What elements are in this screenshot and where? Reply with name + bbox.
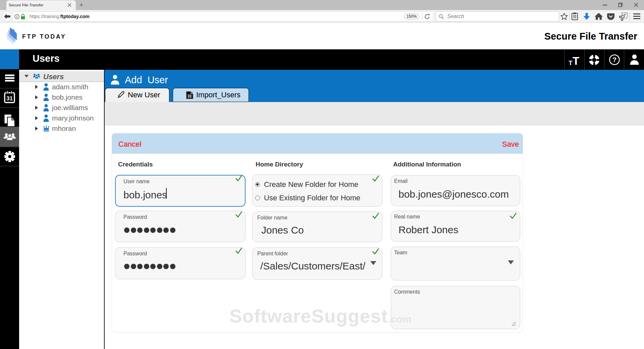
svg-text:?: ? <box>612 56 617 63</box>
svg-text:31: 31 <box>6 95 13 102</box>
